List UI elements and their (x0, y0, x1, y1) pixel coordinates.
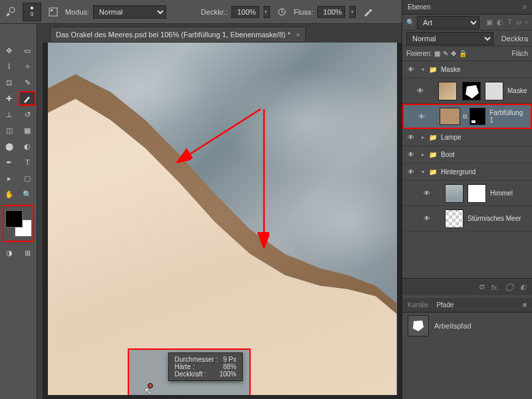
path-arbeitspfad[interactable]: Arbeitspfad (402, 313, 532, 339)
shape-tool[interactable]: ▢ (19, 171, 37, 186)
twirl-icon[interactable]: ▸ (418, 134, 428, 140)
canvas[interactable]: Durchmesser :9 Px Härte :88% Deckkraft :… (48, 43, 397, 395)
layer-filter-select[interactable]: Art (417, 16, 479, 29)
visibility-icon[interactable]: 👁 (405, 134, 417, 141)
lasso-tool[interactable]: ⌇ (1, 59, 18, 74)
lock-label: Fixieren: (406, 50, 432, 57)
type-tool[interactable]: T (19, 155, 37, 170)
adjust-icon[interactable]: ◐ (520, 283, 527, 291)
brush-size-label: 9 (30, 11, 33, 17)
layer-farbfuellung-1[interactable]: 👁 ⧉ Farbfüllung 1 (402, 104, 532, 129)
airbrush-icon[interactable] (360, 4, 376, 20)
layer-stuermisches-meer[interactable]: 👁 Stürmisches Meer (402, 206, 532, 231)
flow-input[interactable] (317, 6, 345, 18)
svg-point-0 (9, 7, 15, 13)
wand-tool[interactable]: ✧ (19, 59, 37, 74)
panel-menu-icon[interactable]: ≡ (523, 3, 527, 11)
color-swatches[interactable] (5, 210, 32, 237)
filter-image-icon[interactable]: ▣ (486, 18, 493, 27)
crop-tool[interactable]: ⊡ (1, 75, 18, 90)
path-thumb-icon (408, 315, 429, 336)
stamp-tool[interactable]: ⊥ (1, 107, 18, 122)
visibility-icon[interactable]: 👁 (421, 215, 433, 222)
visibility-icon[interactable]: 👁 (405, 66, 417, 73)
svg-line-5 (188, 109, 261, 156)
annotation-arrows (48, 43, 397, 395)
filter-smart-icon[interactable]: ▫ (525, 18, 528, 27)
twirl-icon[interactable]: ▾ (418, 169, 428, 175)
mask-icon[interactable]: ◯ (505, 283, 513, 291)
layer-group-maske[interactable]: 👁▾ 📁 Maske (402, 61, 532, 78)
filter-type-icon[interactable]: T (507, 18, 512, 27)
opacity-dropdown[interactable]: ▾ (263, 6, 270, 18)
pen-tool[interactable]: ✒ (1, 155, 18, 170)
visibility-icon[interactable]: 👁 (416, 113, 428, 120)
visibility-icon[interactable]: 👁 (414, 87, 426, 94)
fx-icon[interactable]: fx. (491, 283, 499, 291)
screenmode-tool[interactable]: ⊞ (19, 245, 37, 260)
flow-dropdown[interactable]: ▾ (349, 6, 356, 18)
move-tool[interactable]: ✥ (1, 43, 18, 58)
tool-preset-icon[interactable] (3, 4, 19, 20)
lock-paint-icon[interactable]: ✎ (443, 50, 448, 57)
folder-icon: 📁 (429, 168, 437, 176)
paths-panel-tab[interactable]: Pfade (436, 301, 454, 309)
hand-tool[interactable]: ✋ (1, 187, 18, 201)
pressure-opacity-icon[interactable] (274, 4, 290, 20)
twirl-icon[interactable]: ▾ (418, 66, 428, 72)
right-panels: Ebenen ≡ 🔍 Art ▣ ◐ T ▱ ▫ Normal Deckkra … (402, 0, 532, 399)
filter-adjust-icon[interactable]: ◐ (497, 18, 503, 27)
panel-menu-icon[interactable]: ≡ (523, 301, 527, 309)
document-tab[interactable]: Das Orakel des Meeres.psd bei 106% (Farb… (50, 27, 306, 43)
opacity-input[interactable] (231, 6, 259, 18)
gradient-tool[interactable]: ▦ (19, 123, 37, 138)
layer-himmel[interactable]: 👁 Himmel (402, 181, 532, 206)
canvas-area: Durchmesser :9 Px Härte :88% Deckkraft :… (43, 43, 402, 399)
foreground-color[interactable] (5, 210, 23, 227)
layer-label: Farbfüllung 1 (489, 109, 528, 124)
fill-label: Fläch (512, 50, 528, 57)
path-label: Arbeitspfad (434, 322, 471, 330)
path-select-tool[interactable]: ▸ (1, 171, 18, 186)
blur-tool[interactable]: ⬤ (1, 139, 18, 154)
tip-opacity-label: Deckkraft : (174, 370, 206, 378)
blend-mode-select[interactable]: Normal (93, 5, 166, 19)
link-layers-icon[interactable]: ⧉ (479, 283, 484, 291)
layer-group-hintergrund[interactable]: 👁▾ 📁 Hintergrund (402, 164, 532, 181)
twirl-icon[interactable]: ▸ (418, 152, 428, 158)
close-tab-icon[interactable]: × (296, 31, 300, 39)
visibility-icon[interactable]: 👁 (421, 190, 433, 197)
toolbox: ✥▭ ⌇✧ ⊡✎ ✚ ⊥↺ ◫▦ ⬤◐ ✒T ▸▢ ✋🔍 ◑⊞ (0, 24, 37, 399)
lock-trans-icon[interactable]: ▦ (434, 50, 440, 57)
visibility-icon[interactable]: 👁 (405, 168, 417, 176)
layer-group-lampe[interactable]: 👁▸ 📁 Lampe (402, 129, 532, 146)
lock-all-icon[interactable]: 🔒 (459, 50, 467, 57)
tip-diameter-value: 9 Px (223, 356, 236, 363)
layers-panel-tab[interactable]: Ebenen (408, 3, 430, 11)
tip-hardness-value: 88% (223, 363, 236, 370)
heal-tool[interactable]: ✚ (1, 91, 17, 106)
zoom-tool[interactable]: 🔍 (19, 187, 37, 201)
brush-panel-icon[interactable] (45, 4, 61, 20)
history-brush-tool[interactable]: ↺ (19, 107, 37, 122)
brush-tool[interactable] (19, 91, 36, 106)
layer-label: Maske (507, 87, 527, 94)
filter-shape-icon[interactable]: ▱ (516, 18, 521, 27)
channels-panel-tab[interactable]: Kanäle (408, 301, 428, 309)
layer-maske[interactable]: 👁 Maske (402, 78, 532, 104)
eyedropper-tool[interactable]: ✎ (19, 75, 37, 90)
quickmask-tool[interactable]: ◑ (1, 245, 18, 260)
dodge-tool[interactable]: ◐ (19, 139, 37, 154)
document-title: Das Orakel des Meeres.psd bei 106% (Farb… (56, 31, 291, 39)
lock-move-icon[interactable]: ✥ (451, 50, 456, 57)
eraser-tool[interactable]: ◫ (1, 123, 18, 138)
layer-blend-select[interactable]: Normal (406, 32, 493, 45)
opacity-label: Deckkr.: (201, 8, 227, 16)
tip-opacity-value: 100% (219, 370, 237, 378)
brush-preset[interactable]: 9 (23, 3, 41, 21)
layer-group-boot[interactable]: 👁▸ 📁 Boot (402, 146, 532, 164)
marquee-tool[interactable]: ▭ (19, 43, 37, 58)
link-icon[interactable]: ⧉ (463, 113, 467, 120)
brush-tooltip: Durchmesser :9 Px Härte :88% Deckkraft :… (128, 348, 251, 395)
visibility-icon[interactable]: 👁 (405, 151, 417, 158)
